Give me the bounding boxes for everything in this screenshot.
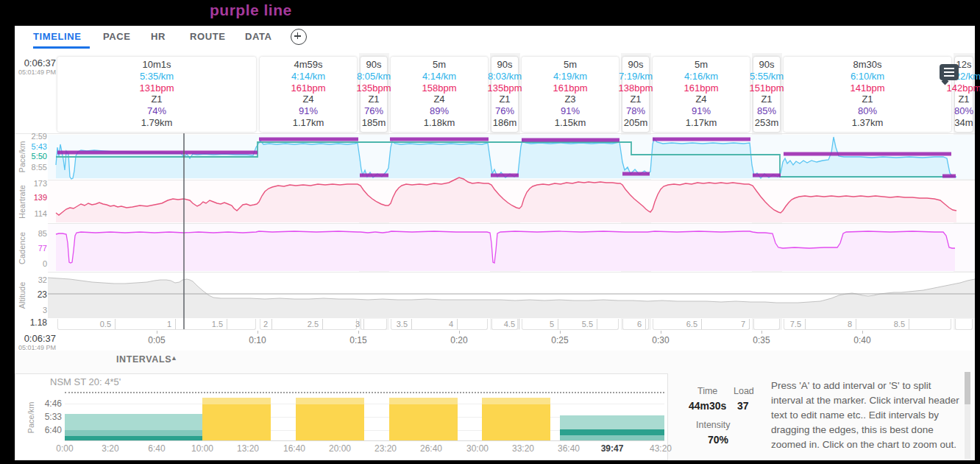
hr-axis-min: 114 — [21, 209, 47, 218]
hr-axis-max: 173 — [21, 179, 47, 188]
distance-tick: 1 — [145, 320, 171, 328]
header-separator — [15, 133, 975, 134]
interval-duration: 10m1s — [83, 59, 230, 71]
distance-tick: 7 — [719, 320, 745, 328]
plan-block-cooldown[interactable] — [560, 415, 664, 429]
cadence-chart-panel[interactable] — [48, 224, 975, 271]
distance-tick: 8 — [825, 320, 852, 328]
plan-block-work-top — [296, 398, 364, 404]
cadence-axis-min: 0 — [21, 259, 47, 268]
plan-block-work[interactable] — [389, 404, 458, 440]
tab-route[interactable]: ROUTE — [190, 31, 226, 42]
plan-xtick: 16:40 — [272, 443, 316, 454]
plan-ytick: 5:33 — [28, 412, 62, 422]
time-tick: 0:05 — [135, 335, 179, 345]
tab-data[interactable]: DATA — [245, 31, 272, 42]
tab-hr[interactable]: HR — [151, 31, 166, 42]
plan-xtick-current: 39:47 — [590, 443, 634, 454]
plan-xtick: 23:20 — [363, 443, 408, 454]
time-tick: 0:25 — [538, 335, 582, 345]
distance-tick: 1.5 — [196, 320, 223, 328]
plan-xtick: 33:20 — [501, 443, 545, 454]
scrollbar-thumb[interactable] — [965, 372, 970, 404]
interval-distance: 34m — [890, 117, 980, 129]
pace-axis-max: 2:59 — [21, 132, 47, 141]
hr-axis-avg: 139 — [21, 193, 47, 202]
interval-zone: Z1 — [890, 94, 980, 105]
screenshot-stage: purple line TIMELINE PACE HR ROUTE DATA … — [0, 0, 980, 464]
altitude-axis-max: 32 — [21, 275, 47, 284]
plan-baseline — [65, 440, 664, 441]
plan-xtick: 26:40 — [409, 443, 453, 454]
time-stat-value: 44m30s — [689, 400, 726, 412]
plan-xtick: 20:00 — [318, 443, 362, 454]
distance-tick: 3.5 — [381, 320, 408, 328]
interval-card[interactable]: 90s 5:55/km 151bpm Z1 85% 253m — [753, 57, 780, 132]
time-tick: 0:35 — [739, 335, 784, 345]
intensity-stat-label: Intensity — [696, 420, 731, 430]
tab-timeline[interactable]: TIMELINE — [33, 31, 81, 42]
altitude-axis-mid: 23 — [21, 289, 47, 300]
load-stat-label: Load — [734, 386, 754, 396]
plan-ytick: 4:46 — [28, 398, 62, 409]
plan-title: NSM ST 20: 4*5' — [50, 376, 121, 387]
plan-xtick: 0:00 — [43, 443, 87, 454]
plan-block-work[interactable] — [202, 404, 271, 440]
distance-tick: 6.5 — [671, 320, 697, 328]
time-stat-label: Time — [697, 386, 717, 396]
active-tab-underline — [33, 46, 90, 49]
altitude-chart-panel[interactable] — [48, 273, 975, 318]
altitude-axis-min: 3 — [21, 306, 47, 314]
distance-tick: 2.5 — [292, 320, 319, 328]
row-separator — [48, 272, 975, 273]
interval-hr: 142bpm — [890, 82, 980, 94]
pace-axis-threshold: 5:50 — [21, 152, 47, 161]
load-stat-value: 37 — [737, 400, 749, 412]
plan-ytick: 6:40 — [28, 425, 62, 435]
interval-pace: 6:22/km — [890, 71, 980, 82]
intervals-help-text: Press 'A' to add interval or 'S' to spli… — [771, 379, 961, 452]
distance-tick: 0.5 — [85, 320, 111, 328]
interval-card[interactable]: 10m1s 5:35/km 131bpm Z1 74% 1.79km — [57, 57, 256, 132]
hr-chart-panel[interactable] — [48, 180, 975, 222]
collapse-arrow-icon[interactable]: ▲ — [171, 354, 178, 362]
plan-xtick: 36:40 — [547, 443, 591, 454]
ruler-segment[interactable] — [784, 319, 951, 330]
interval-hr: 131bpm — [83, 82, 230, 94]
marker-elapsed-time-bottom: 0:06:37 — [12, 333, 56, 344]
purple-line-annotation: purple line — [210, 1, 292, 19]
plan-block-warmup[interactable] — [65, 414, 202, 430]
ruler-segment[interactable] — [955, 319, 973, 330]
plan-max-dotted-line — [65, 392, 664, 393]
plan-xtick: 43:20 — [639, 443, 683, 454]
plan-block-warmup-band — [65, 430, 202, 436]
plan-block-work[interactable] — [482, 404, 550, 440]
distance-tick: 7.5 — [775, 320, 801, 328]
comment-note-icon[interactable] — [940, 64, 959, 80]
plan-xtick: 6:40 — [135, 443, 179, 454]
distance-tick: 2 — [241, 320, 268, 328]
plan-xtick: 30:00 — [455, 443, 500, 454]
interval-intensity: 80% — [890, 105, 980, 117]
plan-block-work-top — [389, 398, 458, 404]
distance-tick: 5 — [528, 320, 554, 328]
plan-xtick: 13:20 — [226, 443, 270, 454]
row-separator — [48, 180, 975, 180]
distance-tick: 8.5 — [878, 320, 905, 328]
add-tab-plus-icon[interactable] — [291, 29, 307, 45]
plan-block-work[interactable] — [296, 404, 364, 440]
interval-pace: 5:35/km — [83, 71, 230, 82]
plan-xtick: 3:20 — [88, 443, 132, 454]
intensity-stat-value: 70% — [708, 434, 728, 446]
tab-pace[interactable]: PACE — [103, 31, 131, 42]
pace-chart-panel[interactable] — [48, 135, 975, 179]
plan-block-work-top — [482, 398, 550, 404]
interval-distance: 1.79km — [83, 117, 230, 129]
cadence-axis-max: 85 — [21, 229, 47, 238]
distance-tick: 4 — [427, 320, 453, 328]
interval-intensity: 74% — [83, 105, 230, 117]
pace-axis-avg: 5:43 — [21, 142, 47, 151]
distance-tick: 3 — [333, 320, 360, 328]
time-tick: 0:20 — [437, 335, 481, 345]
intervals-section-toggle[interactable]: INTERVALS — [116, 354, 171, 365]
